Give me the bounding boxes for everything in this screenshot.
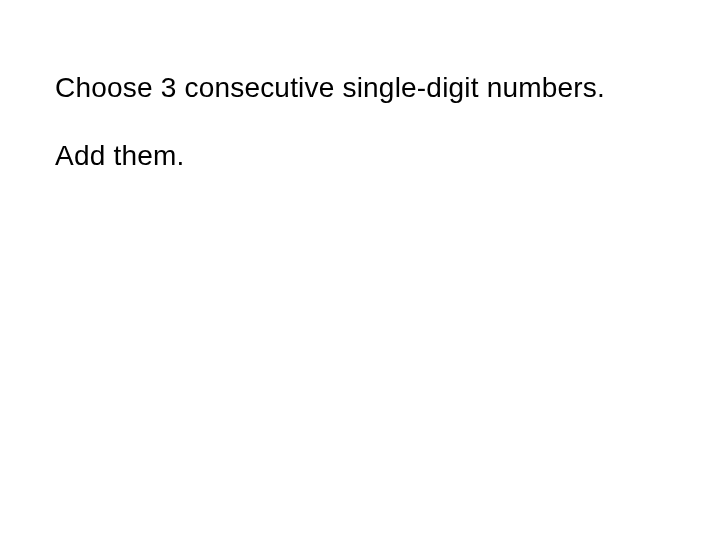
instruction-line-1: Choose 3 consecutive single-digit number… <box>55 70 665 106</box>
instruction-line-2: Add them. <box>55 138 665 174</box>
slide-content: Choose 3 consecutive single-digit number… <box>0 0 720 175</box>
